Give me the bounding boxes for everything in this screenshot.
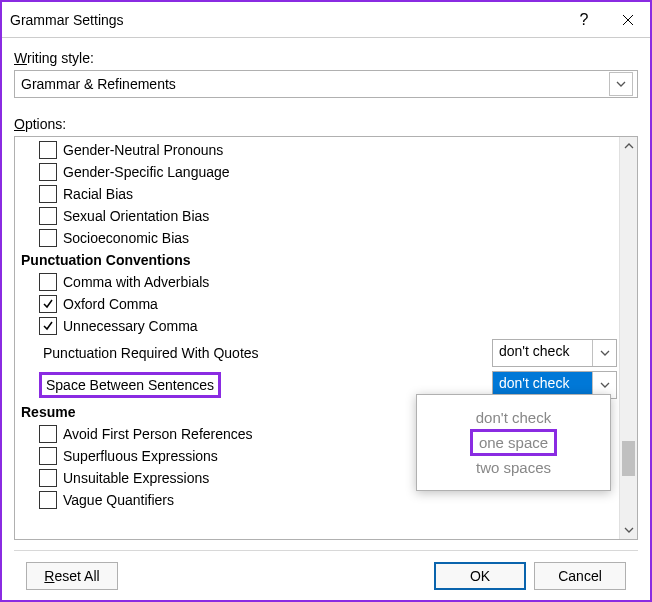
- option-vague[interactable]: Vague Quantifiers: [17, 489, 619, 511]
- scrollbar-thumb[interactable]: [622, 441, 635, 476]
- options-label: Options:: [14, 116, 638, 132]
- option-sexual-bias[interactable]: Sexual Orientation Bias: [17, 205, 619, 227]
- option-comma-adverbials[interactable]: Comma with Adverbials: [17, 271, 619, 293]
- option-socio-bias[interactable]: Socioeconomic Bias: [17, 227, 619, 249]
- punct-quotes-dropdown[interactable]: don't check: [492, 339, 617, 367]
- dialog-title: Grammar Settings: [10, 12, 562, 28]
- option-racial-bias[interactable]: Racial Bias: [17, 183, 619, 205]
- popup-option-dont-check[interactable]: don't check: [431, 405, 596, 430]
- option-gender-specific[interactable]: Gender-Specific Language: [17, 161, 619, 183]
- popup-option-two-spaces[interactable]: two spaces: [431, 455, 596, 480]
- space-sentences-label: Space Between Sentences: [39, 372, 221, 398]
- scroll-up-icon[interactable]: [620, 137, 637, 155]
- grammar-settings-dialog: Grammar Settings ? Writing style: Gramma…: [0, 0, 652, 602]
- help-button[interactable]: ?: [562, 2, 606, 38]
- writing-style-combo[interactable]: Grammar & Refinements: [14, 70, 638, 98]
- chevron-down-icon: [592, 340, 616, 366]
- dialog-button-bar: Reset All OK Cancel: [14, 550, 638, 600]
- scrollbar-track[interactable]: [620, 155, 637, 521]
- options-scroll-area: Gender-Neutral Pronouns Gender-Specific …: [15, 137, 619, 539]
- option-unnecessary-comma[interactable]: Unnecessary Comma: [17, 315, 619, 337]
- cancel-button[interactable]: Cancel: [534, 562, 626, 590]
- reset-all-button[interactable]: Reset All: [26, 562, 118, 590]
- scroll-down-icon[interactable]: [620, 521, 637, 539]
- options-scrollbar[interactable]: [619, 137, 637, 539]
- writing-style-label: Writing style:: [14, 50, 638, 66]
- space-sentences-popup: don't check one space two spaces: [416, 394, 611, 491]
- option-punct-quotes: Punctuation Required With Quotes don't c…: [17, 337, 619, 369]
- writing-style-value: Grammar & Refinements: [21, 76, 176, 92]
- popup-option-one-space[interactable]: one space: [431, 430, 596, 455]
- option-oxford-comma[interactable]: Oxford Comma: [17, 293, 619, 315]
- ok-button[interactable]: OK: [434, 562, 526, 590]
- category-punctuation: Punctuation Conventions: [17, 249, 619, 271]
- title-bar: Grammar Settings ?: [2, 2, 650, 38]
- option-gender-neutral[interactable]: Gender-Neutral Pronouns: [17, 139, 619, 161]
- close-button[interactable]: [606, 2, 650, 38]
- dialog-content: Writing style: Grammar & Refinements Opt…: [2, 38, 650, 600]
- punct-quotes-label: Punctuation Required With Quotes: [39, 345, 259, 361]
- options-listbox: Gender-Neutral Pronouns Gender-Specific …: [14, 136, 638, 540]
- chevron-down-icon: [609, 72, 633, 96]
- close-icon: [622, 14, 634, 26]
